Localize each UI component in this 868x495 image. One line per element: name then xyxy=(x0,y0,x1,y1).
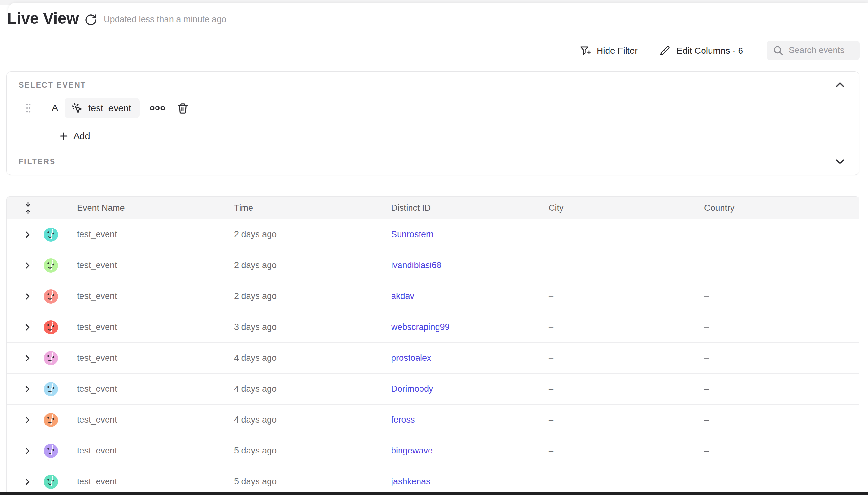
city-cell: – xyxy=(549,343,554,373)
filters-label: FILTERS xyxy=(19,157,56,166)
more-dots-icon xyxy=(149,103,166,113)
table-row: test_event 4 days ago prostoalex – – xyxy=(7,343,859,374)
country-cell: – xyxy=(704,250,709,281)
add-label: Add xyxy=(73,131,90,142)
expand-row-button[interactable] xyxy=(23,415,33,425)
time-cell: 3 days ago xyxy=(234,312,276,342)
delete-event-button[interactable] xyxy=(177,101,191,116)
plus-icon xyxy=(59,131,69,141)
add-event-button[interactable]: Add xyxy=(59,128,90,144)
country-cell: – xyxy=(704,436,709,466)
search-icon xyxy=(773,45,784,56)
expand-filters-button[interactable] xyxy=(835,155,847,168)
col-header-city[interactable]: City xyxy=(549,197,564,219)
country-cell: – xyxy=(704,374,709,404)
collapse-select-event-button[interactable] xyxy=(835,78,847,91)
search-events-box[interactable] xyxy=(767,40,860,60)
chevron-right-icon xyxy=(23,354,32,363)
distinct-id-link[interactable]: webscraping99 xyxy=(391,312,450,342)
table-row: test_event 5 days ago bingewave – – xyxy=(7,436,859,466)
expand-row-button[interactable] xyxy=(23,477,33,487)
event-select-button[interactable]: test_event xyxy=(65,98,140,118)
query-builder-panel: SELECT EVENT A test_event xyxy=(6,71,859,175)
time-cell: 4 days ago xyxy=(234,405,276,435)
distinct-id-link[interactable]: Dorimoody xyxy=(391,374,433,404)
refresh-button[interactable] xyxy=(84,13,99,27)
country-cell: – xyxy=(704,343,709,373)
chevron-right-icon xyxy=(23,477,32,486)
event-name-cell: test_event xyxy=(77,405,117,435)
bottom-edge-bar xyxy=(0,492,868,495)
col-header-event-name[interactable]: Event Name xyxy=(77,197,125,219)
collapse-vertical-icon xyxy=(23,202,33,215)
more-options-button[interactable] xyxy=(149,103,167,114)
col-header-time[interactable]: Time xyxy=(234,197,253,219)
expand-row-button[interactable] xyxy=(23,292,33,301)
col-header-country[interactable]: Country xyxy=(704,197,735,219)
country-cell: – xyxy=(704,281,709,311)
expand-row-button[interactable] xyxy=(23,323,33,332)
time-cell: 5 days ago xyxy=(234,436,276,466)
time-cell: 2 days ago xyxy=(234,219,276,250)
table-row: test_event 4 days ago feross – – xyxy=(7,405,859,436)
expand-row-button[interactable] xyxy=(23,353,33,363)
avatar-face-icon xyxy=(44,227,58,242)
distinct-id-link[interactable]: Sunrostern xyxy=(391,219,434,250)
table-row: test_event 2 days ago akdav – – xyxy=(7,281,859,312)
select-event-label: SELECT EVENT xyxy=(19,81,86,89)
drag-handle-icon[interactable] xyxy=(25,102,31,114)
event-name-cell: test_event xyxy=(77,374,117,404)
event-click-icon xyxy=(71,102,83,114)
city-cell: – xyxy=(549,312,554,342)
city-cell: – xyxy=(549,219,554,250)
hide-filter-button[interactable]: Hide Filter xyxy=(580,42,638,60)
chevron-right-icon xyxy=(23,415,32,425)
chevron-right-icon xyxy=(23,230,32,239)
hide-filter-label: Hide Filter xyxy=(597,46,638,56)
country-cell: – xyxy=(704,312,709,342)
search-input[interactable] xyxy=(789,45,853,55)
table-row: test_event 3 days ago webscraping99 – – xyxy=(7,312,859,343)
time-cell: 4 days ago xyxy=(234,374,276,404)
refresh-icon xyxy=(84,14,97,27)
avatar-face-icon xyxy=(44,289,58,304)
city-cell: – xyxy=(549,436,554,466)
edit-columns-label: Edit Columns · 6 xyxy=(677,46,743,56)
table-row: test_event 4 days ago Dorimoody – – xyxy=(7,374,859,405)
expand-row-button[interactable] xyxy=(23,230,33,239)
trash-icon xyxy=(177,102,189,115)
distinct-id-link[interactable]: bingewave xyxy=(391,436,433,466)
city-cell: – xyxy=(549,281,554,311)
avatar xyxy=(44,351,58,365)
city-cell: – xyxy=(549,466,554,495)
chevron-right-icon xyxy=(23,261,32,270)
pencil-icon xyxy=(659,45,671,57)
avatar xyxy=(44,320,58,335)
city-cell: – xyxy=(549,250,554,281)
distinct-id-link[interactable]: ivandiblasi68 xyxy=(391,250,441,281)
country-cell: – xyxy=(704,219,709,250)
event-name-cell: test_event xyxy=(77,219,117,250)
city-cell: – xyxy=(549,374,554,404)
chevron-right-icon xyxy=(23,446,32,456)
country-cell: – xyxy=(704,466,709,495)
avatar-face-icon xyxy=(44,413,58,427)
avatar xyxy=(44,382,58,396)
page-title: Live View xyxy=(7,9,79,28)
avatar xyxy=(44,258,58,273)
expand-row-button[interactable] xyxy=(23,446,33,456)
table-body: test_event 2 days ago Sunrostern – – tes… xyxy=(7,219,859,495)
distinct-id-link[interactable]: jashkenas xyxy=(391,466,430,495)
expand-row-button[interactable] xyxy=(23,384,33,394)
distinct-id-link[interactable]: feross xyxy=(391,405,415,435)
collapse-all-rows-button[interactable] xyxy=(23,202,33,215)
distinct-id-link[interactable]: akdav xyxy=(391,281,414,311)
chevron-up-icon xyxy=(835,79,846,90)
col-header-distinct-id[interactable]: Distinct ID xyxy=(391,197,431,219)
panel-divider xyxy=(7,151,859,151)
expand-row-button[interactable] xyxy=(23,261,33,270)
events-table: Event Name Time Distinct ID City Country… xyxy=(6,196,859,495)
edit-columns-button[interactable]: Edit Columns · 6 xyxy=(659,42,743,60)
distinct-id-link[interactable]: prostoalex xyxy=(391,343,431,373)
event-name-cell: test_event xyxy=(77,250,117,281)
